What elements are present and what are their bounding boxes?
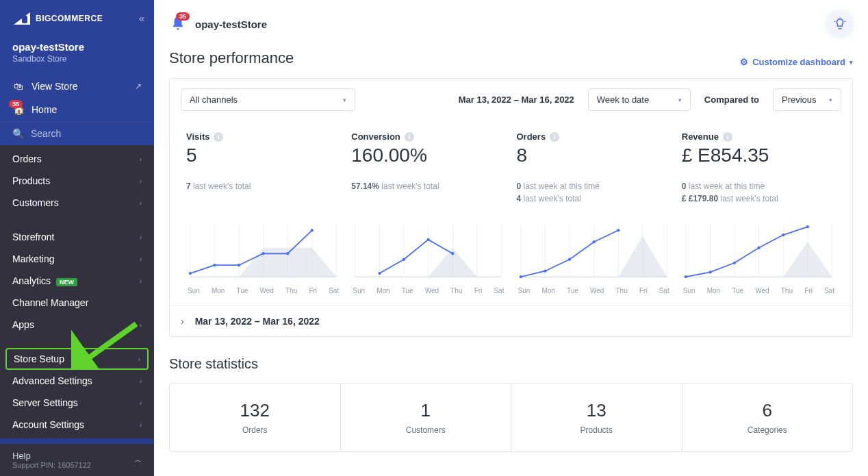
chevron-right-icon: › bbox=[140, 255, 142, 263]
chevron-right-icon: › bbox=[140, 321, 142, 329]
logo-text: BIGCOMMERCE bbox=[36, 14, 103, 23]
period-select[interactable]: Week to date▾ bbox=[588, 88, 691, 111]
sidebar-item-apps[interactable]: Apps› bbox=[0, 314, 154, 336]
home-icon: 🏠35 bbox=[12, 103, 25, 116]
stats-panel: 132 Orders 1 Customers 13 Products 6 Cat… bbox=[169, 383, 853, 452]
stat-card: 13 Products bbox=[511, 384, 682, 451]
chart-x-labels: SunMonTueWedThuFriSat bbox=[351, 287, 505, 295]
caret-down-icon: ▾ bbox=[343, 97, 346, 103]
sidebar-search[interactable]: 🔍 Search bbox=[0, 121, 154, 145]
svg-point-26 bbox=[451, 252, 454, 255]
chevron-right-icon: › bbox=[140, 177, 142, 185]
svg-point-12 bbox=[261, 252, 264, 255]
date-range-display: Mar 13, 2022 – Mar 16, 2022 bbox=[459, 95, 574, 105]
notifications-button[interactable]: 35 bbox=[169, 15, 187, 33]
sidebar-item-advanced-settings[interactable]: Advanced Settings› bbox=[0, 370, 154, 392]
chevron-up-icon: ︿ bbox=[134, 455, 142, 465]
sidebar-item-home[interactable]: 🏠35 Home bbox=[0, 98, 154, 121]
logo: BIGCOMMERCE bbox=[12, 11, 142, 26]
lightbulb-icon bbox=[833, 17, 847, 31]
svg-point-51 bbox=[757, 247, 760, 249]
page-store-name: opay-testStore bbox=[195, 18, 267, 30]
performance-panel: All channels▾ Mar 13, 2022 – Mar 16, 202… bbox=[169, 78, 853, 337]
svg-point-36 bbox=[544, 270, 546, 273]
stat-label: Orders bbox=[177, 425, 333, 435]
compare-select[interactable]: Previous▾ bbox=[773, 88, 841, 111]
info-icon[interactable]: i bbox=[550, 132, 559, 142]
sidebar-item-view-store[interactable]: 🛍 View Store ↗ bbox=[0, 75, 154, 98]
compared-to-label: Compared to bbox=[704, 95, 759, 105]
metric-orders: Ordersi 8 0 last week at this time4 last… bbox=[511, 127, 676, 209]
svg-point-25 bbox=[427, 238, 430, 241]
sidebar-item-channel-manager[interactable]: Channel Manager bbox=[0, 292, 154, 314]
metric-visits: Visitsi 5 7 last week's total bbox=[181, 127, 346, 209]
svg-point-10 bbox=[213, 264, 216, 266]
svg-point-53 bbox=[806, 225, 808, 228]
caret-down-icon: ▾ bbox=[678, 97, 682, 103]
chevron-right-icon: › bbox=[140, 399, 142, 407]
svg-point-48 bbox=[684, 275, 687, 278]
chart-x-labels: SunMonTueWedThuFriSat bbox=[517, 287, 671, 295]
svg-point-13 bbox=[286, 252, 289, 255]
chart-visits: SunMonTueWedThuFriSat bbox=[181, 213, 346, 295]
stat-value: 13 bbox=[518, 400, 675, 421]
svg-point-14 bbox=[311, 229, 314, 231]
stat-label: Categories bbox=[689, 425, 846, 435]
metric-conversion: Conversioni 160.00% 57.14% last week's t… bbox=[346, 127, 511, 209]
svg-rect-0 bbox=[22, 16, 27, 23]
sidebar-item-label: Home bbox=[31, 104, 142, 115]
sidebar-item-label: View Store bbox=[31, 81, 135, 92]
svg-point-24 bbox=[403, 258, 405, 261]
sidebar-item-account-settings[interactable]: Account Settings› bbox=[0, 414, 154, 436]
sidebar-item-orders[interactable]: Orders› bbox=[0, 148, 154, 170]
main-content: 35 opay-testStore Store performance ⚙ Cu… bbox=[154, 0, 868, 476]
svg-point-23 bbox=[379, 272, 381, 275]
store-name: opay-testStore bbox=[12, 41, 142, 53]
sidebar-item-products[interactable]: Products› bbox=[0, 170, 154, 192]
stat-label: Customers bbox=[348, 425, 505, 435]
bottom-date-range: Mar 13, 2022 – Mar 16, 2022 bbox=[195, 316, 320, 327]
info-icon[interactable]: i bbox=[405, 132, 414, 142]
chart-revenue: SunMonTueWedThuFriSat bbox=[676, 213, 841, 295]
svg-point-39 bbox=[617, 229, 620, 231]
chevron-right-icon: › bbox=[140, 421, 142, 429]
svg-point-38 bbox=[592, 240, 595, 243]
new-badge: NEW bbox=[56, 278, 77, 286]
topbar: 35 opay-testStore bbox=[154, 0, 868, 49]
help-label: Help bbox=[12, 451, 134, 461]
customize-dashboard-button[interactable]: ⚙ Customize dashboard ▾ bbox=[740, 57, 853, 67]
chevron-right-icon: › bbox=[138, 355, 140, 363]
chevron-right-icon: › bbox=[140, 199, 142, 207]
sidebar-item-customers[interactable]: Customers› bbox=[0, 192, 154, 214]
section-title: Store statistics bbox=[169, 356, 853, 372]
stat-label: Products bbox=[518, 425, 675, 435]
svg-point-50 bbox=[733, 262, 736, 264]
sidebar-item-server-settings[interactable]: Server Settings› bbox=[0, 392, 154, 414]
home-badge: 35 bbox=[9, 100, 23, 108]
sidebar-item-marketing[interactable]: Marketing› bbox=[0, 248, 154, 270]
caret-down-icon: ▾ bbox=[829, 97, 832, 103]
bigcommerce-logo-icon bbox=[12, 11, 31, 26]
tips-button[interactable] bbox=[827, 11, 853, 37]
chart-x-labels: SunMonTueWedThuFriSat bbox=[186, 287, 340, 295]
svg-point-9 bbox=[189, 272, 192, 275]
channel-select[interactable]: All channels▾ bbox=[181, 88, 355, 111]
info-icon[interactable]: i bbox=[214, 132, 223, 142]
sidebar-item-analytics[interactable]: AnalyticsNEW› bbox=[0, 270, 154, 292]
metric-revenue: Revenuei £ E854.35 0 last week at this t… bbox=[676, 127, 841, 209]
info-icon[interactable]: i bbox=[723, 132, 732, 142]
sidebar-item-store-setup[interactable]: Store Setup› bbox=[5, 348, 149, 370]
chevron-right-icon: › bbox=[140, 277, 142, 285]
store-type: Sandbox Store bbox=[12, 54, 142, 64]
collapse-sidebar-icon[interactable]: « bbox=[139, 12, 144, 24]
sidebar-item-storefront[interactable]: Storefront› bbox=[0, 226, 154, 248]
caret-down-icon: ▾ bbox=[850, 59, 853, 66]
chart-conversion: SunMonTueWedThuFriSat bbox=[346, 213, 511, 295]
gear-icon: ⚙ bbox=[740, 57, 748, 67]
sidebar-help[interactable]: Help Support PIN: 16057122 ︿ bbox=[0, 444, 154, 476]
next-period-button[interactable]: › bbox=[181, 316, 184, 327]
svg-point-52 bbox=[782, 234, 784, 236]
stat-card: 1 Customers bbox=[340, 384, 511, 451]
chevron-right-icon: › bbox=[140, 155, 142, 163]
svg-point-35 bbox=[519, 275, 522, 278]
